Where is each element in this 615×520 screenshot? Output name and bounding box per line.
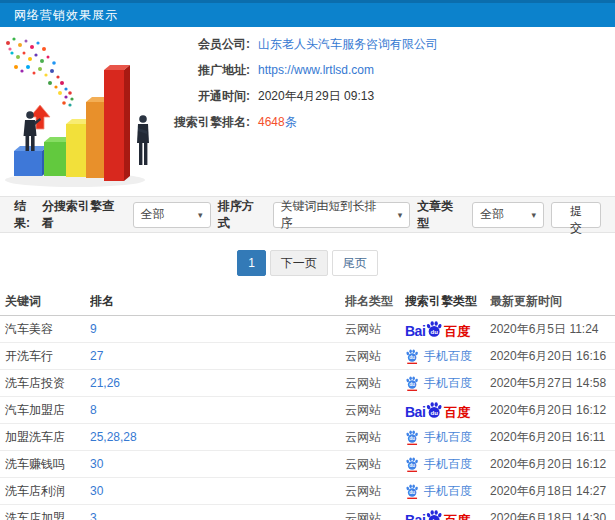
ranking-count-unit: 条 bbox=[285, 115, 297, 129]
engine-filter-select[interactable]: 全部 ▾ bbox=[133, 202, 211, 228]
baidu-paw-icon: du bbox=[425, 320, 443, 338]
info-row-ranking: 搜索引擎排名: 4648条 bbox=[158, 114, 438, 130]
table-header-row: 关键词 排名 排名类型 搜索引擎类型 最新更新时间 bbox=[0, 287, 615, 316]
engine-cell: Bai du 百度 bbox=[405, 401, 490, 419]
baidu-logo-cn-text: 百度 bbox=[444, 406, 470, 419]
table-row: 洗车赚钱吗 30 云网站 du 手机百度 2020年6月20日 16:12 bbox=[0, 451, 615, 478]
info-row-company: 会员公司: 山东老人头汽车服务咨询有限公司 bbox=[158, 36, 438, 52]
engine-filter-label: 分搜索引擎查看 bbox=[42, 198, 126, 232]
result-label: 结果: bbox=[14, 198, 42, 232]
rank-cell: 27 bbox=[90, 349, 345, 363]
rank-type-cell: 云网站 bbox=[345, 429, 405, 446]
engine-cell: Bai du 百度 bbox=[405, 320, 490, 338]
table-row: 开洗车行 27 云网站 du 手机百度 2020年6月20日 16:16 bbox=[0, 343, 615, 370]
article-type-value: 全部 bbox=[480, 206, 504, 223]
table-row: 汽车加盟店 8 云网站 Bai du 百度 2020年6月20日 16:12 bbox=[0, 397, 615, 424]
header-rank: 排名 bbox=[90, 293, 345, 310]
mobile-baidu-logo: du 手机百度 bbox=[405, 429, 472, 446]
table-row: 加盟洗车店 25,28,28 云网站 du 手机百度 2020年6月20日 16… bbox=[0, 424, 615, 451]
rank-cell: 25,28,28 bbox=[90, 430, 345, 444]
keyword-cell: 加盟洗车店 bbox=[0, 429, 90, 446]
rank-type-cell: 云网站 bbox=[345, 456, 405, 473]
last-page-button[interactable]: 尾页 bbox=[332, 250, 378, 276]
page-1-button[interactable]: 1 bbox=[237, 250, 266, 276]
confetti-dots bbox=[6, 37, 74, 106]
baidu-paw-icon: du bbox=[405, 429, 419, 446]
updated-cell: 2020年6月20日 16:16 bbox=[490, 348, 615, 365]
baidu-logo-cn-text: 百度 bbox=[444, 325, 470, 338]
rank-type-cell: 云网站 bbox=[345, 321, 405, 338]
table-row: 汽车美容 9 云网站 Bai du 百度 2020年6月5日 11:24 bbox=[0, 316, 615, 343]
keyword-cell: 开洗车行 bbox=[0, 348, 90, 365]
svg-text:du: du bbox=[409, 382, 415, 387]
engine-cell: du 手机百度 bbox=[405, 375, 490, 392]
filter-bar: 结果: 分搜索引擎查看 全部 ▾ 排序方式 关键词由短到长排序 ▾ 文章类型 全… bbox=[0, 196, 615, 233]
info-section: 会员公司: 山东老人头汽车服务咨询有限公司 推广地址: https://www.… bbox=[0, 27, 615, 196]
rank-cell: 30 bbox=[90, 484, 345, 498]
baidu-logo: Bai du 百度 bbox=[405, 509, 470, 520]
svg-text:du: du bbox=[409, 490, 415, 495]
engine-cell: du 手机百度 bbox=[405, 348, 490, 365]
rank-type-cell: 云网站 bbox=[345, 510, 405, 520]
mobile-baidu-logo: du 手机百度 bbox=[405, 483, 472, 500]
header-engine-type: 搜索引擎类型 bbox=[405, 293, 490, 310]
baidu-paw-icon: du bbox=[425, 401, 443, 419]
baidu-paw-icon: du bbox=[405, 348, 419, 365]
rank-cell: 21,26 bbox=[90, 376, 345, 390]
engine-cell: du 手机百度 bbox=[405, 456, 490, 473]
baidu-logo: Bai du 百度 bbox=[405, 320, 470, 338]
keyword-cell: 洗车店利润 bbox=[0, 483, 90, 500]
chevron-down-icon: ▾ bbox=[398, 210, 403, 220]
table-body: 汽车美容 9 云网站 Bai du 百度 2020年6月5日 11:24 开洗车… bbox=[0, 316, 615, 520]
rank-type-cell: 云网站 bbox=[345, 375, 405, 392]
table-row: 洗车店投资 21,26 云网站 du 手机百度 2020年5月27日 14:58 bbox=[0, 370, 615, 397]
engine-cell: Bai du 百度 bbox=[405, 509, 490, 520]
header-rank-type: 排名类型 bbox=[345, 293, 405, 310]
baidu-logo-text: Bai bbox=[405, 513, 425, 520]
keyword-cell: 汽车美容 bbox=[0, 321, 90, 338]
baidu-paw-icon: du bbox=[405, 456, 419, 473]
baidu-logo-cn-text: 百度 bbox=[444, 514, 470, 520]
company-name-link[interactable]: 山东老人头汽车服务咨询有限公司 bbox=[258, 37, 438, 51]
baidu-paw-icon: du bbox=[405, 483, 419, 500]
bar-chart-illustration bbox=[0, 33, 180, 193]
submit-button[interactable]: 提交 bbox=[551, 202, 601, 228]
open-time-value: 2020年4月29日 09:13 bbox=[258, 88, 374, 105]
mobile-baidu-text: 手机百度 bbox=[424, 483, 472, 500]
baidu-logo-text: Bai bbox=[405, 324, 425, 338]
rank-cell: 8 bbox=[90, 403, 345, 417]
svg-text:du: du bbox=[409, 436, 415, 441]
ranking-count: 4648 bbox=[258, 115, 285, 129]
title-bar: 网络营销效果展示 bbox=[0, 0, 615, 27]
keyword-cell: 洗车赚钱吗 bbox=[0, 456, 90, 473]
header-keyword: 关键词 bbox=[0, 293, 90, 310]
engine-filter-value: 全部 bbox=[141, 206, 165, 223]
keyword-cell: 洗车店投资 bbox=[0, 375, 90, 392]
pagination: 1 下一页 尾页 bbox=[0, 250, 615, 276]
updated-cell: 2020年6月20日 16:11 bbox=[490, 429, 615, 446]
mobile-baidu-logo: du 手机百度 bbox=[405, 348, 472, 365]
baidu-logo: Bai du 百度 bbox=[405, 401, 470, 419]
sort-select[interactable]: 关键词由短到长排序 ▾ bbox=[273, 202, 411, 228]
mobile-baidu-logo: du 手机百度 bbox=[405, 456, 472, 473]
updated-cell: 2020年6月20日 16:12 bbox=[490, 402, 615, 419]
table-row: 洗车店加盟 3 云网站 Bai du 百度 2020年6月18日 14:30 bbox=[0, 505, 615, 520]
mobile-baidu-text: 手机百度 bbox=[424, 429, 472, 446]
promo-url-link[interactable]: https://www.lrtlsd.com bbox=[258, 63, 374, 77]
chevron-down-icon: ▾ bbox=[198, 210, 203, 220]
mobile-baidu-text: 手机百度 bbox=[424, 375, 472, 392]
article-type-select[interactable]: 全部 ▾ bbox=[472, 202, 544, 228]
bar-red bbox=[104, 65, 130, 181]
rank-cell: 3 bbox=[90, 511, 345, 520]
engine-ranking-label: 搜索引擎排名: bbox=[158, 114, 250, 131]
svg-text:du: du bbox=[431, 328, 439, 335]
engine-cell: du 手机百度 bbox=[405, 483, 490, 500]
svg-text:du: du bbox=[409, 355, 415, 360]
open-time-label: 开通时间: bbox=[158, 88, 250, 105]
updated-cell: 2020年5月27日 14:58 bbox=[490, 375, 615, 392]
updated-cell: 2020年6月18日 14:30 bbox=[490, 510, 615, 520]
sort-label: 排序方式 bbox=[218, 198, 266, 232]
svg-text:du: du bbox=[409, 463, 415, 468]
next-page-button[interactable]: 下一页 bbox=[270, 250, 328, 276]
updated-cell: 2020年6月20日 16:12 bbox=[490, 456, 615, 473]
